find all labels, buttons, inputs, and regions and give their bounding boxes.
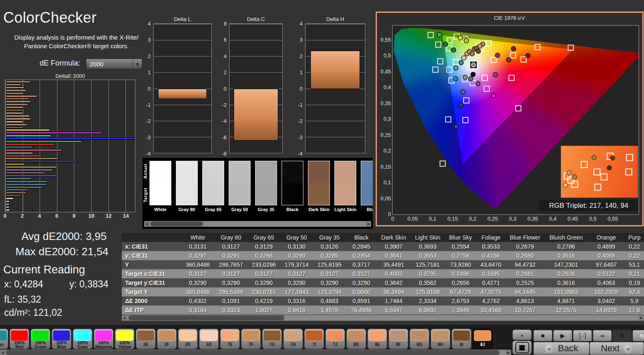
table-cell: 0,0000: [346, 287, 377, 296]
patch-button-100-yellow[interactable]: 100% Yellow: [115, 329, 135, 349]
deltae-bar: [6, 166, 57, 168]
table-scrollbar[interactable]: ◄ ►: [122, 315, 644, 321]
y-tick-label: 0,45: [378, 68, 391, 74]
table-cell: 0,3553: [410, 251, 445, 260]
table-cell: 0,3127: [313, 269, 346, 278]
patch-button-8g[interactable]: 8G: [410, 329, 429, 349]
table-cell: 10,4168: [476, 306, 506, 315]
table-cell: 12,2575: [545, 306, 588, 315]
y-tick-label: -3: [289, 134, 303, 140]
patch-button-100-cyan[interactable]: 100% Cyan: [73, 329, 92, 349]
patch-button-2e[interactable]: 2E: [136, 329, 156, 349]
patch-scrollbar-thumb[interactable]: [6, 350, 500, 355]
patch-button-100-green[interactable]: 100% Green: [31, 329, 50, 349]
deltae-bar: [6, 206, 9, 208]
inset-target-marker: [580, 161, 587, 168]
table-cell: 0,22: [625, 242, 644, 251]
delta-mini-chart: [229, 24, 283, 153]
patch-button-8h[interactable]: 8H: [431, 329, 450, 349]
patch-button-2k[interactable]: 2K: [178, 329, 198, 349]
x-tick-label: 0,05: [407, 216, 418, 222]
patch-button-7h[interactable]: 7H: [283, 329, 303, 349]
scroll-left-icon[interactable]: ◄: [0, 350, 5, 355]
gridline: [230, 24, 282, 24]
measurement-marker: [459, 103, 463, 108]
patch-button-100-magenta[interactable]: 100% Magenta: [94, 329, 114, 349]
patch-button-cyan[interactable]: Cyan: [0, 329, 8, 349]
next-button[interactable]: Next »: [590, 342, 644, 355]
color-swatch: White: [149, 161, 171, 212]
patch-up-button[interactable]: ▲: [512, 329, 532, 340]
inset-measurement-marker: [607, 165, 612, 170]
bracket-icon: [··]: [579, 332, 586, 339]
table-column-header: Gray 50: [280, 233, 313, 242]
table-cell: 2,3334: [410, 296, 445, 306]
patch-button-7e[interactable]: 7E: [220, 329, 240, 349]
table-column-header: Gray 35: [313, 233, 346, 242]
deltae-bar: [6, 89, 26, 92]
patch-button-7f[interactable]: 7F: [241, 329, 261, 349]
patch-label: 7E: [227, 341, 232, 348]
table-cell: 102,2928: [588, 287, 625, 296]
deltae-bar: [6, 181, 47, 183]
patch-button-8i[interactable]: 8I: [452, 329, 471, 349]
y-tick-label: -2: [137, 118, 151, 124]
patch-button-5d[interactable]: 5D: [199, 329, 219, 349]
patch-button-2f[interactable]: 2F: [157, 329, 177, 349]
table-cell: 43,6470: [476, 260, 506, 269]
current-reading-label: Current Reading: [3, 263, 85, 276]
patch-button-8j[interactable]: 8J: [473, 329, 492, 349]
swatch-scrollbar[interactable]: ◄ ►: [144, 221, 371, 227]
measurement-marker: [459, 60, 463, 65]
patch-button-7g[interactable]: 7G: [262, 329, 282, 349]
inset-measurement-marker: [563, 183, 568, 188]
scroll-right-icon[interactable]: ►: [366, 221, 371, 227]
color-swatch: Dark Skin: [308, 161, 330, 212]
table-cell: 0,19: [625, 278, 644, 287]
patch-scrollbar[interactable]: ◄ ►: [0, 350, 511, 355]
record-button[interactable]: [632, 330, 644, 341]
scroll-right-icon[interactable]: ►: [639, 315, 644, 321]
loop-button[interactable]: ∞: [593, 330, 612, 341]
table-scrollbar-thumb[interactable]: [128, 315, 284, 320]
scroll-left-icon[interactable]: ◄: [144, 221, 149, 227]
patch-button-8f[interactable]: 8F: [388, 329, 408, 349]
patch-button-7i[interactable]: 7I: [304, 329, 324, 349]
patch-color-chip: [284, 330, 302, 341]
patch-button-100-red[interactable]: 100% Red: [9, 329, 29, 349]
inset-target-marker: [594, 184, 601, 191]
y-tick-label: -2: [289, 118, 303, 124]
scroll-right-icon[interactable]: ►: [506, 350, 511, 355]
stop-button[interactable]: ■: [533, 330, 552, 341]
stop-measure-button[interactable]: [512, 341, 532, 355]
measurement-marker: [458, 35, 462, 40]
back-button[interactable]: « Back: [533, 342, 590, 355]
patch-label: 100% Cyan: [73, 341, 92, 349]
patch-button-100-blue[interactable]: 100% Blue: [52, 329, 71, 349]
refresh-button[interactable]: ↻: [613, 330, 632, 341]
chevrons-left-icon: «: [545, 344, 554, 353]
patch-label: Cyan: [0, 341, 3, 348]
patch-button-7j[interactable]: 7J: [325, 329, 345, 349]
row-label: Target Y: [122, 287, 181, 296]
measurement-marker: [451, 48, 456, 52]
table-cell: 84,1445: [506, 287, 545, 296]
y-tick-label: 0: [378, 211, 391, 217]
readings-table-wrap: WhiteGray 80Gray 65Gray 50Gray 35BlackDa…: [122, 233, 644, 315]
patch-button-8e[interactable]: 8E: [367, 329, 387, 349]
table-cell: 0,2681: [506, 269, 545, 278]
swatch-scrollbar-thumb[interactable]: [150, 221, 203, 226]
patch-button-8d[interactable]: 8D: [346, 329, 366, 349]
table-cell: 14,8929: [588, 306, 625, 315]
play-button[interactable]: ▶: [553, 330, 572, 341]
table-cell: 97,6407: [588, 260, 625, 269]
table-cell: 4,8871: [545, 296, 588, 306]
table-row: x: CIE310,31310,31270,31290,31300,31260,…: [122, 242, 644, 251]
scroll-left-icon[interactable]: ◄: [122, 315, 127, 321]
deltae-bar: [6, 138, 135, 140]
de-formula-dropdown[interactable]: 2000 ▼: [86, 59, 142, 69]
color-swatch: Gray 65: [202, 161, 224, 212]
table-cell: 0,3533: [476, 242, 506, 251]
bracket-button[interactable]: [··]: [573, 330, 592, 341]
chevron-down-icon[interactable]: ▼: [133, 59, 142, 69]
